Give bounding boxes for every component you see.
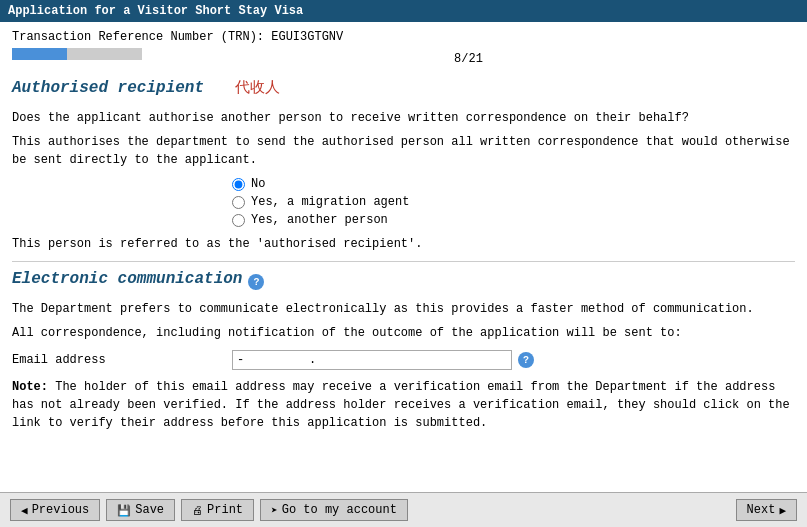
radio-yes-migration-label: Yes, a migration agent — [251, 195, 409, 209]
save-label: Save — [135, 503, 164, 517]
authorised-recipient-header: Authorised recipient 代收人 — [12, 78, 795, 103]
goto-account-button[interactable]: ➤ Go to my account — [260, 499, 408, 521]
radio-yes-migration[interactable]: Yes, a migration agent — [232, 195, 795, 209]
save-icon: 💾 — [117, 504, 131, 517]
radio-yes-migration-input[interactable] — [232, 196, 245, 209]
email-input[interactable] — [232, 350, 512, 370]
authorised-note: This person is referred to as the 'autho… — [12, 235, 795, 253]
electronic-comm-desc1: The Department prefers to communicate el… — [12, 300, 795, 318]
authorised-question: Does the applicant authorise another per… — [12, 109, 795, 127]
email-help-icon[interactable]: ? — [518, 352, 534, 368]
section-title-en: Authorised recipient — [12, 79, 204, 97]
app-title: Application for a Visitor Short Stay Vis… — [8, 4, 303, 18]
previous-label: Previous — [32, 503, 90, 517]
radio-yes-other-input[interactable] — [232, 214, 245, 227]
note-body: The holder of this email address may rec… — [12, 380, 790, 430]
previous-button[interactable]: ◀ Previous — [10, 499, 100, 521]
email-label: Email address — [12, 353, 232, 367]
goto-label: Go to my account — [282, 503, 397, 517]
print-label: Print — [207, 503, 243, 517]
page-number: 8/21 — [142, 52, 795, 66]
footer-left-buttons: ◀ Previous 💾 Save 🖨 Print ➤ Go to my acc… — [10, 499, 408, 521]
section-divider — [12, 261, 795, 262]
radio-no-input[interactable] — [232, 178, 245, 191]
note-prefix: Note: — [12, 380, 48, 394]
print-icon: 🖨 — [192, 504, 203, 517]
progress-bar-fill — [12, 48, 67, 60]
electronic-comm-help-icon[interactable]: ? — [248, 274, 264, 290]
next-label: Next — [747, 503, 776, 517]
previous-icon: ◀ — [21, 504, 28, 517]
radio-no-label: No — [251, 177, 265, 191]
electronic-comm-title: Electronic communication — [12, 270, 242, 288]
radio-yes-other-label: Yes, another person — [251, 213, 388, 227]
email-bold-note: Note: The holder of this email address m… — [12, 378, 795, 432]
goto-icon: ➤ — [271, 504, 278, 517]
trn-label: Transaction Reference Number (TRN): — [12, 30, 264, 44]
next-icon: ▶ — [779, 504, 786, 517]
authorised-description: This authorises the department to send t… — [12, 133, 795, 169]
progress-bar-container — [12, 48, 142, 60]
electronic-comm-header: Electronic communication ? — [12, 270, 795, 294]
footer-right-buttons: Next ▶ — [736, 499, 797, 521]
next-button[interactable]: Next ▶ — [736, 499, 797, 521]
trn-value: EGUI3GTGNV — [271, 30, 343, 44]
authorised-radio-group: No Yes, a migration agent Yes, another p… — [12, 177, 795, 227]
section-title-zh: 代收人 — [235, 78, 280, 97]
radio-no[interactable]: No — [232, 177, 795, 191]
radio-yes-other[interactable]: Yes, another person — [232, 213, 795, 227]
print-button[interactable]: 🖨 Print — [181, 499, 254, 521]
email-row: Email address ? — [12, 350, 795, 370]
title-bar: Application for a Visitor Short Stay Vis… — [0, 0, 807, 22]
trn-row: Transaction Reference Number (TRN): EGUI… — [12, 30, 795, 44]
save-button[interactable]: 💾 Save — [106, 499, 175, 521]
footer-bar: ◀ Previous 💾 Save 🖨 Print ➤ Go to my acc… — [0, 492, 807, 527]
main-content: Transaction Reference Number (TRN): EGUI… — [0, 22, 807, 482]
electronic-comm-desc2: All correspondence, including notificati… — [12, 324, 795, 342]
